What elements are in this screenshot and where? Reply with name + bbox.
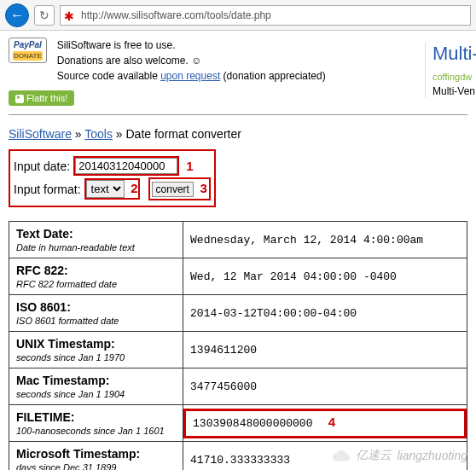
paypal-label: PayPal	[14, 40, 42, 49]
row-title: Mac Timestamp:	[16, 374, 109, 387]
form-area: Input date: 1 Input format: text 2 conve…	[9, 149, 216, 207]
breadcrumb-current: Date format converter	[126, 127, 241, 141]
row-value: Wed, 12 Mar 2014 04:00:00 -0400	[183, 258, 467, 295]
intro-line1: SiliSoftware is free to use.	[57, 38, 326, 53]
table-row-filetime: FILETIME:100-nanoseconds since Jan 1 160…	[9, 405, 467, 442]
watermark: 亿速云 liangzhuoting	[332, 446, 467, 465]
watermark-brand: 亿速云	[356, 448, 392, 463]
row-sub: 100-nanoseconds since Jan 1 1601	[16, 426, 176, 436]
paypal-donate-button[interactable]: PayPal DONATE	[9, 38, 47, 63]
row-value: Wednesday, March 12, 2014 4:00:00am	[183, 222, 467, 258]
row-title: Text Date:	[16, 227, 73, 241]
cloud-icon	[332, 446, 351, 465]
table-row: UNIX Timestamp:seconds since Jan 1 19701…	[9, 332, 467, 368]
table-row: ISO 8601:ISO 8601 formatted date2014-03-…	[9, 295, 467, 332]
upon-request-link[interactable]: upon request	[160, 70, 220, 82]
row-value: 1394611200	[183, 332, 467, 368]
back-button[interactable]: ←	[5, 3, 29, 27]
row-sub: Date in human-readable text	[16, 242, 176, 252]
row-value-highlighted: 1303908480000000004	[183, 405, 467, 442]
row-sub: RFC 822 formatted date	[16, 279, 176, 289]
annotation-3: 3	[200, 181, 207, 195]
row-sub: seconds since Jan 1 1970	[16, 352, 176, 363]
smiley-icon: ☺	[191, 55, 201, 67]
row-value: 2014-03-12T04:00:00-04:00	[183, 295, 467, 332]
input-format-label: Input format:	[14, 183, 81, 196]
annotation-2: 2	[131, 181, 137, 195]
row-title: UNIX Timestamp:	[16, 337, 115, 351]
refresh-button[interactable]: ↻	[34, 5, 55, 26]
table-row: Mac Timestamp:seconds since Jan 1 190434…	[9, 368, 467, 405]
input-date-field[interactable]	[75, 158, 177, 174]
row-title: FILETIME:	[16, 410, 74, 424]
favicon-icon: ✱	[64, 9, 76, 21]
intro-line3: Source code available upon request (dona…	[57, 68, 326, 84]
flattr-icon	[15, 95, 24, 103]
multiven-text: Multi-Ven	[432, 85, 476, 97]
convert-button[interactable]: convert	[152, 182, 194, 197]
row-value: 3477456000	[183, 368, 467, 405]
row-sub: ISO 8601 formatted date	[16, 316, 176, 326]
breadcrumb: SiliSoftware » Tools » Date format conve…	[9, 124, 467, 149]
row-sub: days since Dec 31 1899	[16, 462, 176, 470]
watermark-text: liangzhuoting	[397, 449, 467, 462]
table-row: RFC 822:RFC 822 formatted dateWed, 12 Ma…	[9, 258, 467, 295]
divider	[9, 114, 467, 115]
intro-text: SiliSoftware is free to use. Donations a…	[57, 38, 326, 84]
multi-heading: Multi-	[432, 43, 476, 65]
row-title: RFC 822:	[16, 264, 68, 277]
coffing-text: coffingdw	[432, 72, 476, 82]
annotation-1: 1	[186, 159, 193, 173]
input-date-label: Input date:	[14, 160, 70, 173]
breadcrumb-silisoftware[interactable]: SiliSoftware	[9, 127, 72, 141]
donate-label: DONATE	[13, 51, 43, 61]
right-column: Multi- coffingdw Multi-Ven	[425, 43, 476, 97]
table-row: Text Date:Date in human-readable textWed…	[9, 222, 467, 258]
input-format-select[interactable]: text	[86, 180, 125, 198]
results-table: Text Date:Date in human-readable textWed…	[9, 221, 467, 470]
browser-toolbar: ← ↻ ✱ http://www.silisoftware.com/tools/…	[0, 0, 476, 31]
row-sub: seconds since Jan 1 1904	[16, 389, 176, 399]
address-bar[interactable]: ✱ http://www.silisoftware.com/tools/date…	[60, 5, 471, 26]
annotation-4: 4	[328, 416, 335, 431]
url-text: http://www.silisoftware.com/tools/date.p…	[81, 9, 271, 21]
flattr-button[interactable]: Flattr this!	[9, 90, 74, 106]
flattr-label: Flattr this!	[26, 93, 67, 103]
intro-line2: Donations are also welcome. ☺	[57, 53, 326, 68]
row-title: Microsoft Timestamp:	[16, 447, 140, 461]
row-title: ISO 8601:	[16, 300, 71, 314]
breadcrumb-tools[interactable]: Tools	[84, 127, 113, 141]
